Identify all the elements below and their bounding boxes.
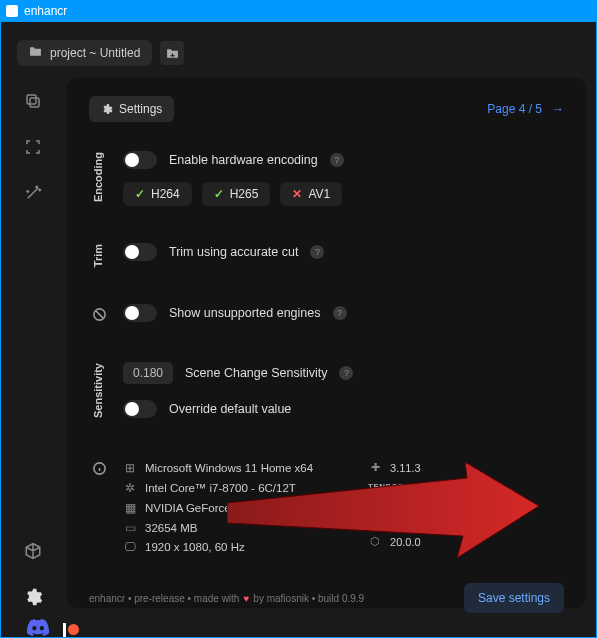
check-icon: ✓ <box>135 187 145 201</box>
project-chip[interactable]: project ~ Untitled <box>17 40 152 66</box>
os-text: Microsoft Windows 11 Home x64 <box>145 462 313 474</box>
window-titlebar: enhancr <box>0 0 597 22</box>
sidebar <box>11 78 55 608</box>
package-icon: ▣ <box>368 516 382 529</box>
arrow-right-icon: → <box>552 102 564 116</box>
ncnn-version: 20220729 <box>401 498 450 510</box>
accurate-cut-label: Trim using accurate cut <box>169 245 298 259</box>
window-title: enhancr <box>24 4 67 18</box>
patreon-icon[interactable] <box>63 623 79 637</box>
check-icon: ✓ <box>214 187 224 201</box>
ram-icon: ▭ <box>123 521 137 535</box>
python-version: 3.11.3 <box>390 462 421 474</box>
block-icon <box>89 301 109 322</box>
gear-icon[interactable] <box>22 586 44 608</box>
section-trim: Trim Trim using accurate cut ? <box>89 234 564 273</box>
settings-header-button[interactable]: Settings <box>89 96 174 122</box>
cpu-icon: ✲ <box>123 481 137 495</box>
gpu-text: NVIDIA GeForce RTX 3060 - 12288 MB <box>145 502 348 514</box>
wand-icon[interactable] <box>22 182 44 204</box>
section-sysinfo: ⊞Microsoft Windows 11 Home x64 ✲Intel Co… <box>89 449 564 559</box>
hardware-encoding-label: Enable hardware encoding <box>169 153 318 167</box>
heart-icon: ♥ <box>243 593 249 604</box>
other-version: 20.0.0 <box>390 536 421 548</box>
info-icon <box>89 455 109 476</box>
gpu-icon: ▦ <box>123 501 137 515</box>
windows-icon: ⊞ <box>123 461 137 475</box>
section-encoding: Encoding Enable hardware encoding ? ✓H26… <box>89 142 564 212</box>
add-project-button[interactable] <box>160 41 184 65</box>
svg-rect-0 <box>30 98 39 107</box>
vapoursynth-version: v22.1.0 <box>390 517 426 529</box>
ram-text: 32654 MB <box>145 522 197 534</box>
sensitivity-label: Scene Change Sensitivity <box>185 366 327 380</box>
cross-icon: ✕ <box>292 187 302 201</box>
encoding-section-label: Encoding <box>92 152 106 202</box>
footer-text: enhancr • pre-release • made with ♥ by m… <box>89 593 364 604</box>
settings-header-label: Settings <box>119 102 162 116</box>
codec-h265[interactable]: ✓H265 <box>202 182 271 206</box>
help-icon[interactable]: ? <box>339 366 353 380</box>
toggle-override-sensitivity[interactable] <box>123 400 157 418</box>
sensitivity-section-label: Sensitivity <box>92 363 106 418</box>
display-icon: 🖵 <box>123 541 137 553</box>
tensorrt-label: TENSORRT <box>368 482 416 491</box>
folder-icon <box>29 46 42 60</box>
codec-av1[interactable]: ✕AV1 <box>280 182 342 206</box>
section-sensitivity: Sensitivity 0.180 Scene Change Sensitivi… <box>89 353 564 427</box>
override-sensitivity-label: Override default value <box>169 402 291 416</box>
fullscreen-icon[interactable] <box>22 136 44 158</box>
topbar: project ~ Untitled <box>11 32 586 78</box>
copy-icon[interactable] <box>22 90 44 112</box>
codec-row: ✓H264 ✓H265 ✕AV1 <box>123 182 564 206</box>
display-text: 1920 x 1080, 60 Hz <box>145 541 245 553</box>
trim-section-label: Trim <box>92 244 106 267</box>
app-container: project ~ Untitled <box>0 22 597 638</box>
gear-small-icon <box>101 103 113 115</box>
toggle-hardware-encoding[interactable] <box>123 151 157 169</box>
sensitivity-value[interactable]: 0.180 <box>123 362 173 384</box>
discord-icon[interactable] <box>27 618 49 638</box>
project-label: project ~ Untitled <box>50 46 140 60</box>
puzzle-icon: ✚ <box>368 461 382 474</box>
ncnn-label: NCNN <box>368 500 393 509</box>
cpu-text: Intel Core™ i7-8700 - 6C/12T <box>145 482 296 494</box>
codec-h264[interactable]: ✓H264 <box>123 182 192 206</box>
section-engines: Show unsupported engines ? <box>89 295 564 331</box>
toggle-unsupported-engines[interactable] <box>123 304 157 322</box>
unsupported-engines-label: Show unsupported engines <box>169 306 321 320</box>
tensorrt-version: 8.6.1 <box>424 480 448 492</box>
page-nav[interactable]: Page 4 / 5 → <box>487 102 564 116</box>
app-icon <box>6 5 18 17</box>
page-label: Page 4 / 5 <box>487 102 542 116</box>
settings-panel: Settings Page 4 / 5 → Encoding Enable ha… <box>67 78 586 608</box>
help-icon[interactable]: ? <box>310 245 324 259</box>
svg-rect-1 <box>27 95 36 104</box>
hex-icon: ⬡ <box>368 535 382 548</box>
help-icon[interactable]: ? <box>330 153 344 167</box>
help-icon[interactable]: ? <box>333 306 347 320</box>
save-settings-button[interactable]: Save settings <box>464 583 564 613</box>
cube-icon[interactable] <box>22 540 44 562</box>
toggle-accurate-cut[interactable] <box>123 243 157 261</box>
